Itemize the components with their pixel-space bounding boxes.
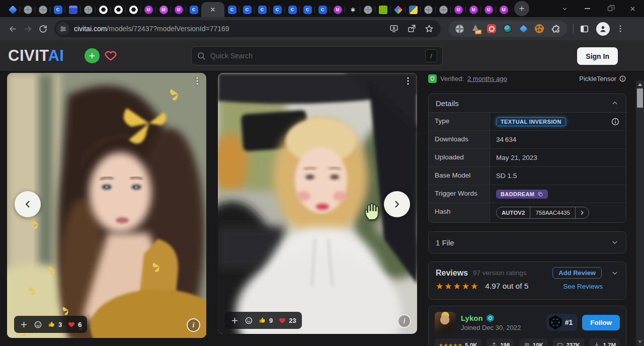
verified-time-link[interactable]: 2 months ago bbox=[467, 75, 507, 82]
side-panel-button[interactable] bbox=[580, 24, 589, 34]
scroll-up-arrow[interactable] bbox=[636, 81, 644, 88]
browser-tab[interactable]: U bbox=[141, 2, 156, 17]
sign-in-button[interactable]: Sign In bbox=[577, 47, 618, 65]
hash-pill[interactable]: AUTOV2758AAC4435 bbox=[496, 207, 589, 219]
extension-blocker-icon[interactable]: off bbox=[471, 24, 480, 33]
extension-cookie-icon[interactable] bbox=[535, 24, 544, 33]
browser-tab[interactable] bbox=[406, 2, 421, 17]
browser-tab[interactable] bbox=[111, 2, 126, 17]
close-button[interactable] bbox=[621, 0, 644, 17]
creator-avatar[interactable] bbox=[435, 312, 456, 333]
image-info-button[interactable]: i bbox=[397, 314, 411, 328]
files-accordion[interactable]: 1 File bbox=[428, 231, 626, 253]
back-button[interactable] bbox=[5, 21, 20, 36]
browser-tab[interactable] bbox=[375, 2, 390, 17]
browser-tab[interactable]: C bbox=[315, 2, 330, 17]
bookmark-star-icon[interactable] bbox=[425, 24, 434, 33]
browser-menu-button[interactable] bbox=[616, 24, 625, 33]
image-info-button[interactable]: i bbox=[187, 318, 200, 332]
create-button[interactable] bbox=[85, 48, 100, 63]
share-icon[interactable] bbox=[407, 24, 416, 33]
new-tab-button[interactable] bbox=[514, 1, 529, 16]
details-header[interactable]: Details bbox=[429, 94, 626, 113]
civitai-logo[interactable]: CIVITAI bbox=[8, 47, 64, 64]
browser-tab[interactable] bbox=[96, 2, 111, 17]
extension-red-icon[interactable] bbox=[487, 24, 496, 33]
address-bar[interactable]: civitai.com/models/72437?modelVersionId=… bbox=[54, 20, 441, 37]
browser-tab[interactable]: U bbox=[451, 2, 466, 17]
scroll-down-arrow[interactable] bbox=[636, 338, 644, 345]
see-reviews-link[interactable]: See Reviews bbox=[563, 283, 603, 290]
carousel-prev-button[interactable] bbox=[15, 191, 41, 217]
url-text[interactable]: civitai.com/models/72437?modelVersionId=… bbox=[74, 25, 389, 33]
emoji-reaction-button[interactable] bbox=[34, 320, 42, 329]
emoji-reaction-button[interactable] bbox=[245, 316, 253, 325]
browser-tab[interactable]: C bbox=[186, 2, 201, 17]
browser-tab[interactable] bbox=[20, 2, 35, 17]
extension-earth-icon[interactable] bbox=[503, 24, 512, 33]
browser-tab[interactable] bbox=[390, 2, 406, 17]
browser-tab[interactable] bbox=[5, 2, 20, 17]
active-tab[interactable] bbox=[201, 2, 224, 17]
extension-diamond-icon[interactable] bbox=[520, 25, 528, 33]
creator-rank-badge[interactable]: #1 bbox=[546, 314, 578, 331]
creator-name-row[interactable]: Lykon bbox=[461, 314, 521, 322]
like-reaction[interactable]: 9 bbox=[259, 316, 273, 324]
heartO-icon bbox=[556, 341, 564, 346]
search-input[interactable]: Quick Search / bbox=[191, 46, 443, 65]
browser-tab[interactable] bbox=[65, 2, 80, 17]
browser-tab[interactable]: C bbox=[255, 2, 270, 17]
extensions-menu-icon[interactable] bbox=[551, 24, 560, 34]
image-menu-button[interactable] bbox=[403, 76, 413, 86]
scrollbar-thumb[interactable] bbox=[637, 89, 643, 108]
browser-tab[interactable] bbox=[35, 2, 50, 17]
browser-tab[interactable]: C bbox=[300, 2, 315, 17]
plus-icon bbox=[88, 52, 96, 60]
like-reaction[interactable]: 3 bbox=[48, 320, 62, 328]
browser-tab[interactable]: C bbox=[285, 2, 300, 17]
browser-tab[interactable]: C bbox=[270, 2, 285, 17]
carousel-next-button[interactable] bbox=[384, 191, 410, 217]
browser-tab[interactable] bbox=[126, 2, 141, 17]
tab-close-icon[interactable] bbox=[210, 7, 216, 13]
follow-button[interactable]: Follow bbox=[582, 315, 620, 330]
browser-tab[interactable] bbox=[360, 2, 375, 17]
browser-tab[interactable]: C bbox=[50, 2, 65, 17]
extension-globe-icon[interactable] bbox=[455, 25, 464, 33]
reload-button[interactable] bbox=[35, 21, 50, 36]
heart-reaction[interactable]: 6 bbox=[67, 320, 82, 328]
minimize-button[interactable] bbox=[576, 0, 599, 17]
browser-tab[interactable] bbox=[345, 2, 360, 17]
restore-button[interactable] bbox=[599, 0, 621, 17]
browser-tab[interactable]: U bbox=[496, 2, 511, 17]
browser-tab[interactable]: U bbox=[330, 2, 345, 17]
tab-search-button[interactable] bbox=[553, 0, 576, 17]
info-icon[interactable] bbox=[611, 117, 620, 126]
browser-tab[interactable]: U bbox=[481, 2, 496, 17]
trigger-word-badge[interactable]: BADDREAM bbox=[496, 190, 548, 199]
copy-icon[interactable] bbox=[537, 191, 543, 197]
browser-tab[interactable] bbox=[80, 2, 96, 17]
info-icon[interactable] bbox=[619, 75, 626, 82]
browser-tab[interactable]: C bbox=[224, 2, 239, 17]
hash-value[interactable]: 758AAC4435 bbox=[530, 207, 575, 218]
browser-tab[interactable] bbox=[421, 2, 436, 17]
page-scrollbar[interactable] bbox=[636, 80, 644, 346]
image-menu-button[interactable] bbox=[192, 76, 202, 86]
install-app-icon[interactable] bbox=[389, 24, 398, 33]
add-review-button[interactable]: Add Review bbox=[552, 267, 602, 279]
site-info-button[interactable] bbox=[56, 22, 69, 35]
browser-tab[interactable]: U bbox=[156, 2, 171, 17]
support-heart-button[interactable] bbox=[104, 48, 118, 62]
add-reaction-button[interactable] bbox=[20, 320, 28, 329]
browser-tab[interactable]: U bbox=[466, 2, 481, 17]
forward-button[interactable] bbox=[20, 21, 35, 36]
heart-reaction[interactable]: 23 bbox=[278, 316, 296, 324]
browser-tab[interactable]: U bbox=[171, 2, 186, 17]
add-reaction-button[interactable] bbox=[230, 316, 239, 325]
chevron-right-icon[interactable] bbox=[575, 207, 589, 218]
browser-tab[interactable] bbox=[436, 2, 451, 17]
browser-tab[interactable]: C bbox=[239, 2, 255, 17]
profile-button[interactable] bbox=[596, 22, 610, 36]
chevron-down-icon[interactable] bbox=[611, 269, 619, 277]
